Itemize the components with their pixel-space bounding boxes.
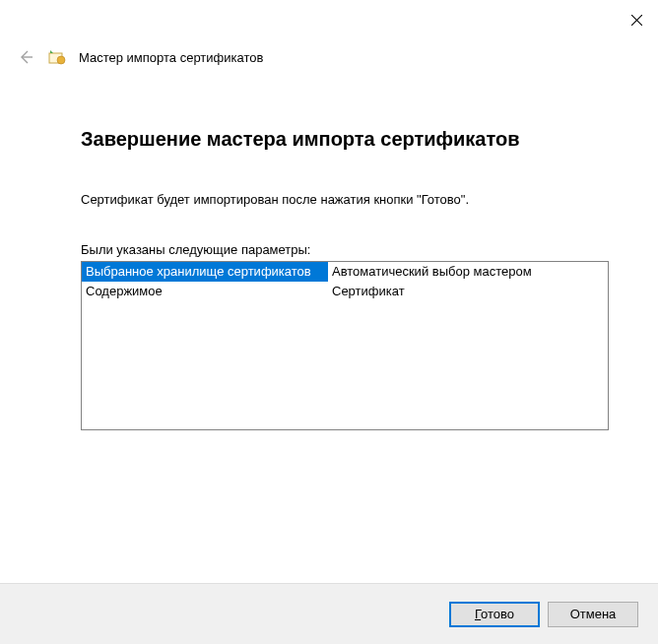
wizard-title: Мастер импорта сертификатов [79, 50, 263, 65]
wizard-body: Завершение мастера импорта сертификатов … [81, 128, 609, 430]
table-row[interactable]: Выбранное хранилище сертификатовАвтомати… [82, 262, 608, 282]
parameters-box: Выбранное хранилище сертификатовАвтомати… [81, 261, 609, 430]
param-value-cell: Сертификат [328, 282, 608, 301]
params-label: Были указаны следующие параметры: [81, 242, 609, 257]
page-heading: Завершение мастера импорта сертификатов [81, 128, 609, 151]
param-name-cell: Выбранное хранилище сертификатов [82, 262, 328, 282]
certificate-wizard-icon [47, 47, 67, 67]
table-row[interactable]: СодержимоеСертификат [82, 282, 608, 301]
back-button[interactable] [16, 47, 35, 67]
param-value-cell: Автоматический выбор мастером [328, 262, 608, 282]
cancel-button[interactable]: Отмена [548, 602, 638, 627]
footer-bar: Готово Отмена [0, 583, 658, 644]
parameters-table: Выбранное хранилище сертификатовАвтомати… [82, 262, 608, 301]
close-icon [631, 15, 642, 26]
header-bar: Мастер импорта сертификатов [16, 47, 263, 67]
finish-label-rest: отово [481, 607, 514, 621]
param-name-cell: Содержимое [82, 282, 328, 301]
finish-button[interactable]: Готово [449, 602, 540, 627]
description-text: Сертификат будет импортирован после нажа… [81, 192, 609, 207]
svg-point-4 [57, 56, 65, 64]
close-button[interactable] [621, 6, 652, 33]
back-arrow-icon [18, 49, 33, 65]
